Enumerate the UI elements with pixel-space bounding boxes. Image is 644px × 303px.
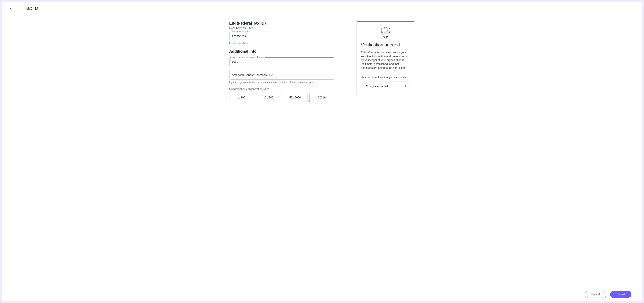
size-option-2[interactable]: 501-2000 [283, 93, 308, 102]
ein-field-label: EIN / Federal Tax ID [231, 30, 252, 33]
main-content: EIN (Federal Tax ID) Don't have an EIN? … [2, 15, 642, 287]
ein-heading: EIN (Federal Tax ID) [229, 21, 334, 26]
verification-card: Verification needed This information hel… [356, 21, 415, 96]
submit-button[interactable]: Submit [610, 291, 632, 298]
verification-title: Verification needed [361, 42, 410, 48]
denomination-select[interactable]: American Baptist Churches-USA [229, 71, 334, 80]
size-chip-row: 1-100 101-500 501-2000 2001+ [229, 93, 334, 102]
ein-field: EIN / Federal Tax ID [229, 32, 334, 41]
contact-support-link[interactable]: contact support [297, 81, 314, 84]
size-option-3[interactable]: 2001+ [309, 93, 334, 102]
back-button[interactable] [2, 2, 20, 15]
ein-helper-text: Must be nine digits. [229, 42, 334, 44]
size-option-1[interactable]: 101-500 [256, 93, 281, 102]
cancel-button[interactable]: Cancel [585, 291, 606, 298]
ein-help-link[interactable]: Don't have an EIN? [229, 26, 253, 30]
ein-input[interactable] [229, 32, 334, 41]
form-column: EIN (Federal Tax ID) Don't have an EIN? … [229, 21, 334, 287]
year-field-label: Year organization was established [231, 56, 265, 58]
page-title: Tax ID [20, 6, 38, 11]
denomination-field: American Baptist Churches-USA [229, 71, 334, 80]
verified-badge-icon [404, 85, 407, 88]
verification-donor-note: Your donors will see that you are verifi… [361, 76, 410, 79]
denomination-select-value: American Baptist Churches-USA [232, 74, 274, 77]
chevron-down-icon [330, 74, 332, 77]
side-column: Verification needed This information hel… [356, 21, 415, 287]
verified-org-name: Sunnyside Baptist [366, 85, 388, 88]
footer: Cancel Submit [2, 287, 642, 301]
verification-card-accent [356, 21, 415, 22]
verification-description: This information helps us protect your s… [361, 51, 410, 70]
additional-heading: Additional info [229, 49, 334, 54]
chevron-left-icon [9, 6, 13, 10]
year-field: Year organization was established [229, 58, 334, 66]
shield-check-icon [361, 26, 410, 39]
size-label: Congregation / organization size: [229, 88, 334, 91]
size-option-0[interactable]: 1-100 [229, 93, 254, 102]
verified-org-preview: Sunnyside Baptist [361, 81, 410, 91]
denomination-hint: If your religious affiliation or denomin… [229, 81, 334, 84]
year-input[interactable] [229, 58, 334, 66]
topbar: Tax ID [2, 2, 642, 15]
